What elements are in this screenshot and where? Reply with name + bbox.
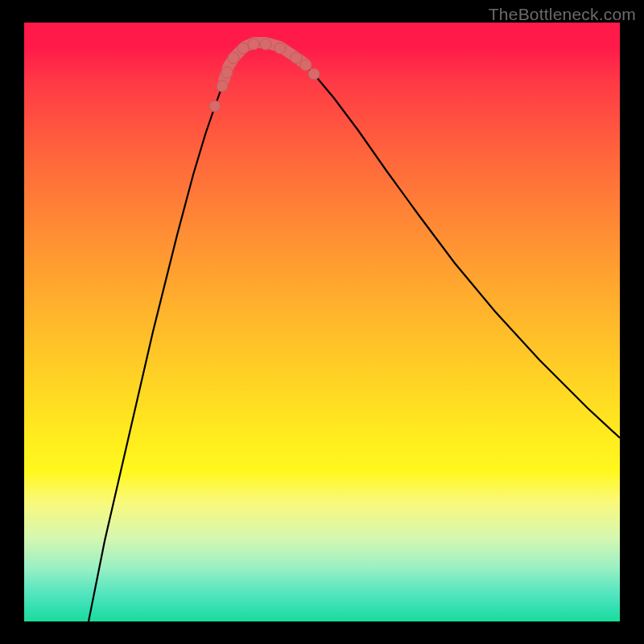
chart-area xyxy=(24,23,620,621)
valley-dot xyxy=(217,80,228,92)
bottleneck-curve xyxy=(24,23,620,621)
valley-dot xyxy=(308,68,320,80)
watermark-text: TheBottleneck.com xyxy=(489,5,636,24)
valley-dot xyxy=(228,52,239,64)
valley-dot xyxy=(237,43,249,54)
valley-dot xyxy=(300,60,312,71)
valley-dot xyxy=(209,101,221,112)
valley-dot xyxy=(291,52,302,64)
valley-dot xyxy=(221,67,233,78)
valley-dot xyxy=(275,43,286,54)
valley-dot xyxy=(260,39,271,50)
valley-dot xyxy=(248,39,259,50)
curve-path xyxy=(89,44,620,621)
valley-markers xyxy=(209,39,320,112)
